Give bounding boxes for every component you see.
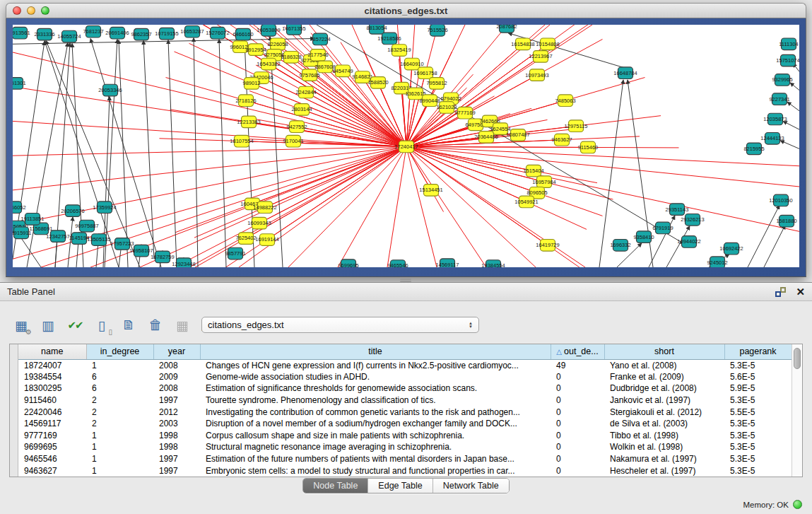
node[interactable]: 12010350 <box>769 194 792 206</box>
memory-ok-icon[interactable] <box>793 500 802 509</box>
node[interactable]: 12444133 <box>760 132 784 144</box>
tab-node-table[interactable]: Node Table <box>303 479 368 493</box>
selected-node[interactable]: 989012 <box>243 78 261 90</box>
cell-short[interactable]: Wolkin et al. (1998) <box>604 441 724 453</box>
node[interactable]: 3915911 <box>13 227 31 239</box>
selected-node[interactable]: 18325419 <box>387 45 411 57</box>
node[interactable]: 7681237 <box>83 25 103 37</box>
cell-name[interactable]: 9463627 <box>18 465 86 477</box>
node[interactable]: 16053809 <box>257 25 280 36</box>
citation-edge-red[interactable] <box>406 146 588 147</box>
node[interactable]: 2051301 <box>13 78 26 90</box>
node[interactable]: 9329965 <box>772 74 792 86</box>
cell-pagerank[interactable]: 5.3E-5 <box>724 359 792 371</box>
citation-edge-red[interactable] <box>166 146 407 267</box>
node[interactable]: 16648784 <box>613 67 637 79</box>
selected-node[interactable]: 12213383 <box>237 116 260 128</box>
node[interactable]: 9857791 <box>225 247 245 259</box>
cell-short[interactable]: Dudbridge et al. (2008) <box>604 382 724 395</box>
citation-edge-black[interactable] <box>119 40 128 267</box>
cell-in_degree[interactable]: 2 <box>86 418 153 430</box>
citation-edge-red[interactable] <box>406 146 585 267</box>
tab-network-table[interactable]: Network Table <box>433 479 509 493</box>
tab-edge-table[interactable]: Edge Table <box>368 479 433 493</box>
cell-short[interactable]: Nakamura et al. (1997) <box>604 453 724 465</box>
node[interactable]: 10719155 <box>155 28 178 40</box>
cell-title[interactable]: Structural magnetic resonance image aver… <box>200 441 551 453</box>
node[interactable]: 14671355 <box>282 25 305 35</box>
cell-name[interactable]: 9115460 <box>18 395 86 407</box>
node[interactable]: 10692422 <box>719 243 743 255</box>
node[interactable]: 9227341 <box>769 93 789 105</box>
selected-node[interactable]: 2718126 <box>235 95 256 107</box>
node[interactable]: 8215955 <box>743 143 764 155</box>
selected-node[interactable]: 7625402 <box>235 233 256 245</box>
citation-network-graph[interactable]: 1913561233133614055724768123720691406986… <box>13 25 799 267</box>
node[interactable]: 2087682 <box>496 25 517 33</box>
close-panel-icon[interactable]: ✕ <box>796 286 805 297</box>
cell-year[interactable]: 1998 <box>153 441 200 453</box>
node[interactable]: 2331336 <box>34 28 54 40</box>
selected-node[interactable]: 9463627 <box>551 134 572 146</box>
cell-short[interactable]: Stergiakouli et al. (2012) <box>604 406 724 418</box>
node[interactable]: 7515526 <box>427 25 447 36</box>
selected-node[interactable]: 9757685 <box>299 69 319 81</box>
cell-title[interactable]: Investigating the contribution of common… <box>200 406 551 418</box>
cell-pagerank[interactable]: 5.3E-5 <box>724 418 792 430</box>
citation-edge-red[interactable] <box>406 146 799 231</box>
cell-out_degree[interactable]: 0 <box>551 395 604 407</box>
node[interactable]: 1696332 <box>610 240 630 252</box>
cell-name[interactable]: 19384554 <box>18 371 86 383</box>
node[interactable]: 7857224 <box>310 33 330 45</box>
table-row[interactable]: 1456911722003Disruption of a novel membe… <box>18 418 792 430</box>
citation-edge-black[interactable] <box>168 40 177 267</box>
cell-pagerank[interactable]: 5.3E-5 <box>724 453 792 465</box>
cell-name[interactable]: 18300295 <box>18 382 86 395</box>
citation-edge-black[interactable] <box>764 226 785 267</box>
node[interactable]: 12035873 <box>763 113 787 125</box>
node[interactable]: 9245012 <box>707 257 727 267</box>
cell-year[interactable]: 2009 <box>153 371 200 383</box>
citation-edge-red[interactable] <box>265 146 406 207</box>
cell-name[interactable]: 18724007 <box>18 359 86 371</box>
selected-node[interactable]: 1515404 <box>523 165 543 177</box>
node[interactable]: 10944022 <box>677 236 700 248</box>
cell-pagerank[interactable]: 5.6E-5 <box>724 371 792 383</box>
cell-out_degree[interactable]: 49 <box>551 359 604 371</box>
column-header-title[interactable]: title <box>200 344 551 359</box>
citation-edge-red[interactable] <box>406 146 431 189</box>
cell-in_degree[interactable]: 1 <box>86 441 153 453</box>
cell-year[interactable]: 1998 <box>153 430 200 442</box>
selected-node[interactable]: 12975115 <box>565 120 588 132</box>
node[interactable]: 14055724 <box>57 30 81 42</box>
new-column-icon[interactable]: 🗎 <box>119 315 139 335</box>
cell-year[interactable]: 2003 <box>153 418 200 430</box>
selected-node[interactable]: 15134451 <box>419 185 442 197</box>
table-row[interactable]: 1872400712008Changes of HCN gene express… <box>18 359 792 371</box>
table-row[interactable]: 911546021997Tourette syndrome. Phenomeno… <box>18 395 792 407</box>
selected-node[interactable]: 16919144 <box>255 234 278 246</box>
selected-node[interactable]: 1621022 <box>436 102 457 114</box>
cell-title[interactable]: Genome-wide association studies in ADHD. <box>200 371 551 383</box>
cell-short[interactable]: de Silva et al. (2003) <box>604 418 724 430</box>
node[interactable]: 1581880 <box>776 215 796 227</box>
cell-out_degree[interactable]: 0 <box>551 382 604 395</box>
table-row[interactable]: 946362711997Embryonic stem cells: a mode… <box>18 465 792 477</box>
window-titlebar[interactable]: citations_edges.txt <box>6 3 806 18</box>
cell-name[interactable]: 9699695 <box>18 441 86 453</box>
cell-in_degree[interactable]: 2 <box>86 406 153 418</box>
cell-in_degree[interactable]: 2 <box>86 395 153 407</box>
citation-edge-red[interactable] <box>406 146 534 170</box>
cell-title[interactable]: Tourette syndrome. Phenomenology and cla… <box>200 395 551 407</box>
select-column-icon[interactable]: ▥ <box>38 315 58 335</box>
cell-out_degree[interactable]: 0 <box>551 453 604 465</box>
column-header-in_degree[interactable]: in_degree <box>86 344 153 359</box>
node[interactable]: 9465546 <box>387 260 408 267</box>
cell-title[interactable]: Estimation of significance thresholds fo… <box>200 382 551 395</box>
citation-edge-black[interactable] <box>194 38 198 267</box>
citation-edge-red[interactable] <box>406 146 799 187</box>
table-scroll-area[interactable]: namein_degreeyeartitle△out_de...shortpag… <box>18 344 792 477</box>
select-all-icon[interactable]: ✔✔ <box>65 315 85 335</box>
selected-node[interactable]: 9115460 <box>578 141 599 153</box>
cell-out_degree[interactable]: 0 <box>551 418 604 430</box>
